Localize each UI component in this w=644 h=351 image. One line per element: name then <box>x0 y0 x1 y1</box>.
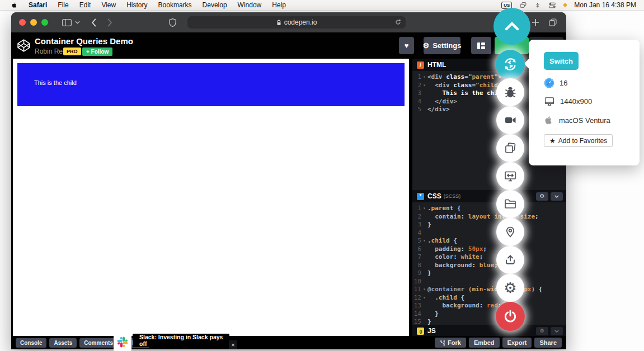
privacy-shield-icon[interactable] <box>168 18 177 27</box>
address-bar[interactable]: codepen.io <box>187 16 406 29</box>
shortcuts-arrow-icon[interactable] <box>534 2 541 9</box>
resize-screen-icon <box>504 169 517 183</box>
screen-mirroring-icon[interactable] <box>519 2 527 9</box>
codepen-footer-bar: Console Assets Comments ⌘ Keys Fork Embe… <box>11 336 566 349</box>
export-button[interactable]: Export <box>502 338 532 348</box>
assets-button[interactable]: Assets <box>49 338 77 348</box>
zoom-window-button[interactable] <box>41 19 48 26</box>
control-center-icon[interactable] <box>548 2 556 9</box>
menu-safari[interactable]: Safari <box>29 1 47 9</box>
css-icon: * <box>417 193 424 200</box>
end-session-fab[interactable] <box>496 302 525 331</box>
js-collapse-chevron-icon[interactable] <box>551 327 563 335</box>
share-button[interactable]: Share <box>534 338 562 348</box>
screenshots-stack-icon <box>504 141 517 155</box>
js-panel-header: ( ) JS ⚙ <box>412 325 566 336</box>
apple-menu-icon[interactable] <box>11 1 18 9</box>
star-icon: ★ <box>549 137 556 145</box>
safari-toolbar: codepen.io <box>11 12 566 32</box>
menu-develop[interactable]: Develop <box>203 1 227 9</box>
pen-title: Container Queries Demo <box>35 36 133 46</box>
window-controls <box>19 19 48 26</box>
js-panel-title: JS <box>427 327 436 335</box>
menu-window[interactable]: Window <box>238 1 262 9</box>
like-button[interactable]: ♥ <box>399 37 414 54</box>
js-settings-gear-icon[interactable]: ⚙ <box>536 327 548 335</box>
css-panel: * CSS (SCSS) ⚙ 1▾.parent {2 contain: lay… <box>412 190 566 325</box>
location-pin-icon <box>504 225 517 239</box>
fork-icon <box>440 340 445 346</box>
menubar-clock[interactable]: Mon Jan 16 4:38 PM <box>574 1 636 9</box>
js-panel: ( ) JS ⚙ <box>412 325 566 336</box>
apple-icon <box>544 115 554 126</box>
menu-help[interactable]: Help <box>272 1 286 9</box>
debug-fab[interactable] <box>496 78 524 106</box>
back-button-icon[interactable] <box>91 18 97 27</box>
browser-version-label: 16 <box>560 79 567 87</box>
safari-window: codepen.io Container Queries Demo Robin … <box>11 12 566 349</box>
slack-app-tile[interactable] <box>114 333 131 351</box>
sidebar-toggle-icon[interactable] <box>62 18 72 27</box>
change-view-button[interactable] <box>471 37 491 54</box>
menu-history[interactable]: History <box>126 1 147 9</box>
lock-icon <box>276 20 281 26</box>
close-icon: × <box>231 341 234 348</box>
upload-fab[interactable] <box>496 246 524 274</box>
layout-icon <box>477 42 486 50</box>
settings-button[interactable]: ⚙ Settings <box>424 37 460 54</box>
console-button[interactable]: Console <box>16 338 46 348</box>
bug-icon <box>504 86 517 99</box>
location-fab[interactable] <box>496 218 524 246</box>
fork-button[interactable]: Fork <box>435 338 466 348</box>
new-tab-icon[interactable] <box>532 18 539 26</box>
menu-view[interactable]: View <box>101 1 116 9</box>
recording-indicator-dot <box>563 3 567 7</box>
collapse-menu-button[interactable] <box>493 8 530 45</box>
html-panel-title: HTML <box>427 61 446 69</box>
resolution-row[interactable]: 1440x900 <box>544 96 592 107</box>
slack-notification-tooltip: Slack: Investing in Slack pays off <box>133 334 229 347</box>
minimize-window-button[interactable] <box>30 19 37 26</box>
display-icon <box>544 96 555 107</box>
css-panel-title: CSS <box>427 192 441 200</box>
add-to-favorites-button[interactable]: ★ Add to Favorites <box>544 134 613 147</box>
record-video-fab[interactable] <box>496 106 524 134</box>
menu-bookmarks[interactable]: Bookmarks <box>158 1 192 9</box>
css-panel-header: * CSS (SCSS) ⚙ <box>412 190 566 202</box>
embed-button[interactable]: Embed <box>469 338 500 348</box>
url-text: codepen.io <box>284 18 317 26</box>
js-icon: ( ) <box>417 328 424 335</box>
tab-overview-icon[interactable] <box>548 18 557 27</box>
os-row[interactable]: macOS Ventura <box>544 115 610 126</box>
heart-icon: ♥ <box>405 41 409 50</box>
menu-file[interactable]: File <box>58 1 68 9</box>
settings-fab[interactable]: ⚙ <box>496 274 524 302</box>
slack-notification-close-button[interactable]: × <box>229 340 237 349</box>
desktop-screen: { "menubar": { "items": ["Safari", "File… <box>0 0 644 351</box>
screenshots-fab[interactable] <box>496 134 524 162</box>
files-fab[interactable] <box>496 190 524 218</box>
pro-badge: PRO <box>63 48 81 55</box>
css-settings-gear-icon[interactable]: ⚙ <box>536 192 548 201</box>
macos-menubar: Safari File Edit View History Bookmarks … <box>0 0 644 11</box>
switch-arrows-icon <box>502 56 518 72</box>
responsive-resize-fab[interactable] <box>496 162 524 190</box>
gear-icon: ⚙ <box>504 281 516 295</box>
forward-button-icon[interactable] <box>107 18 112 27</box>
css-code-editor[interactable]: 1▾.parent {2 contain: layout inline-size… <box>412 202 566 325</box>
preview-child-box: This is the child <box>17 63 405 106</box>
sidebar-chevron-down-icon[interactable] <box>75 21 80 24</box>
follow-button[interactable]: + Follow <box>82 48 112 56</box>
close-window-button[interactable] <box>19 19 26 26</box>
comments-button[interactable]: Comments <box>79 338 117 348</box>
switch-button[interactable]: Switch <box>544 52 579 70</box>
menu-edit[interactable]: Edit <box>79 1 91 9</box>
css-collapse-chevron-icon[interactable] <box>551 192 563 201</box>
browser-version-row[interactable]: 16 <box>544 78 567 88</box>
browser-config-popup: Switch 16 1440x900 macOS Ventura ★ Add <box>529 40 640 165</box>
reload-icon[interactable] <box>394 18 402 26</box>
css-preprocessor-label: (SCSS) <box>444 193 461 199</box>
codepen-logo-icon[interactable] <box>17 39 31 53</box>
switch-browser-fab[interactable] <box>496 50 525 79</box>
chevron-up-icon <box>505 22 519 31</box>
